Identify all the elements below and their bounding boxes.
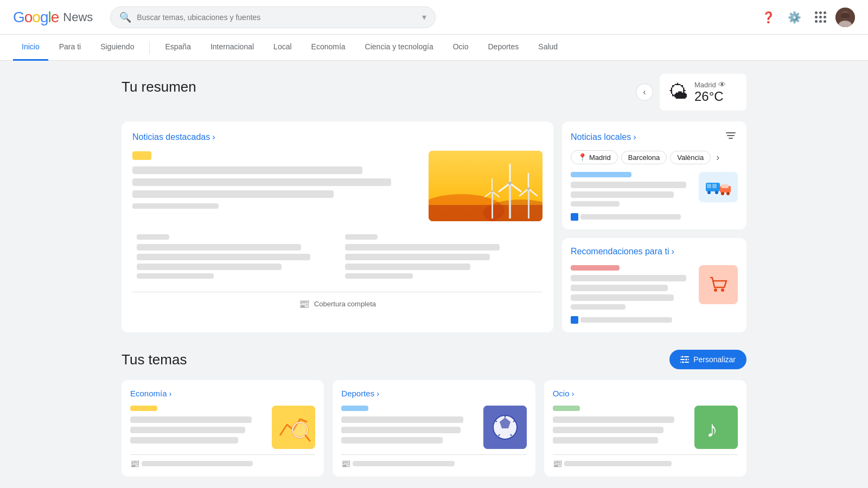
search-input[interactable] bbox=[137, 13, 417, 22]
nav-item-inicio[interactable]: Inicio bbox=[13, 35, 48, 61]
econ-footer-icon: 📰 bbox=[130, 459, 139, 468]
cobertura-label: Cobertura completa bbox=[314, 300, 376, 308]
local-news-source-1 bbox=[571, 172, 631, 177]
svg-point-18 bbox=[527, 188, 530, 190]
header: Google News 🔍 ▾ ❓ ⚙️ bbox=[0, 0, 868, 35]
sub-story-2-line1 bbox=[345, 244, 500, 251]
logo-news-text: News bbox=[63, 10, 93, 24]
windmill-image bbox=[429, 151, 542, 221]
recomendaciones-card: Recomendaciones para ti › bbox=[562, 238, 746, 332]
destacadas-card: Noticias destacadas › bbox=[122, 121, 553, 332]
local-tag-madrid-label: Madrid bbox=[589, 153, 611, 162]
svg-point-34 bbox=[721, 192, 724, 195]
story-source bbox=[132, 203, 219, 209]
tema-economia-footer[interactable]: 📰 bbox=[130, 454, 315, 468]
nav-item-salud[interactable]: Salud bbox=[529, 35, 566, 61]
nav-item-ciencia[interactable]: Ciencia y tecnología bbox=[356, 35, 442, 61]
weather-prev-button[interactable]: ‹ bbox=[636, 84, 653, 101]
svg-point-13 bbox=[508, 182, 512, 185]
tema-ocio-footer[interactable]: 📰 bbox=[553, 454, 738, 468]
sub-story-1-source bbox=[137, 273, 214, 279]
nav-item-espana[interactable]: España bbox=[156, 35, 199, 61]
svg-rect-29 bbox=[712, 184, 717, 188]
weather-icon: 🌤 bbox=[668, 81, 688, 104]
local-news-source-row bbox=[571, 213, 738, 221]
svg-rect-14 bbox=[528, 189, 529, 219]
nav-item-para-ti[interactable]: Para ti bbox=[50, 35, 90, 61]
econ-line2 bbox=[130, 427, 245, 433]
cobertura-icon: 📰 bbox=[299, 299, 310, 309]
svg-point-37 bbox=[714, 288, 717, 292]
rec-title1-1 bbox=[571, 275, 686, 281]
right-column: Noticias locales › bbox=[562, 121, 746, 332]
tema-deportes-title[interactable]: Deportes › bbox=[341, 389, 526, 398]
recomendaciones-thumb-1 bbox=[699, 265, 738, 304]
resumen-title: Tu resumen bbox=[122, 79, 196, 95]
weather-city-name: Madrid bbox=[694, 81, 716, 89]
tema-ocio-thumb: ♪ bbox=[694, 406, 738, 449]
header-actions: ❓ ⚙️ bbox=[757, 7, 855, 28]
locales-filter-button[interactable] bbox=[724, 130, 738, 144]
content-grid: Noticias destacadas › bbox=[122, 121, 746, 332]
locales-card: Noticias locales › bbox=[562, 121, 746, 229]
settings-button[interactable]: ⚙️ bbox=[783, 7, 805, 28]
tema-ocio-label: Ocio bbox=[553, 389, 570, 398]
weather-temp: 26°C bbox=[694, 89, 726, 104]
main-content: Tu resumen ‹ 🌤 Madrid 👁 26°C Noticias de… bbox=[108, 61, 760, 488]
tema-ocio-main: ♪ bbox=[553, 406, 738, 449]
tema-ocio-chevron: › bbox=[572, 389, 575, 398]
svg-point-31 bbox=[715, 191, 718, 194]
dep-footer-icon: 📰 bbox=[341, 459, 350, 468]
help-button[interactable]: ❓ bbox=[757, 7, 779, 28]
sub-story-1-line2 bbox=[137, 254, 310, 260]
tema-deportes-content bbox=[341, 406, 476, 447]
local-tags-next-button[interactable]: › bbox=[714, 152, 722, 163]
local-news-content-1 bbox=[571, 172, 692, 207]
nav-item-ocio[interactable]: Ocio bbox=[444, 35, 477, 61]
svg-point-42 bbox=[685, 358, 688, 361]
apps-button[interactable] bbox=[809, 7, 831, 28]
tema-deportes-main bbox=[341, 406, 526, 449]
weather-widget: ‹ 🌤 Madrid 👁 26°C bbox=[636, 74, 746, 111]
tema-deportes-card: Deportes › bbox=[333, 380, 535, 477]
nav-item-deportes[interactable]: Deportes bbox=[479, 35, 527, 61]
nav-item-siguiendo[interactable]: Siguiendo bbox=[92, 35, 143, 61]
svg-rect-33 bbox=[721, 184, 729, 188]
temas-grid: Economía › bbox=[122, 380, 746, 477]
sub-story-2 bbox=[341, 230, 542, 283]
locales-title-text[interactable]: Noticias locales bbox=[571, 132, 631, 142]
svg-rect-25 bbox=[727, 135, 735, 136]
tema-ocio-title[interactable]: Ocio › bbox=[553, 389, 738, 398]
search-bar[interactable]: 🔍 ▾ bbox=[110, 7, 436, 28]
local-news-item-1 bbox=[571, 172, 738, 207]
econ-line3 bbox=[130, 437, 238, 444]
nav-item-local[interactable]: Local bbox=[265, 35, 300, 61]
local-tag-valencia[interactable]: València bbox=[670, 151, 711, 164]
recomendaciones-item-1 bbox=[571, 265, 738, 310]
destacadas-title: Noticias destacadas › bbox=[132, 132, 542, 142]
tema-economia-main bbox=[130, 406, 315, 449]
tema-deportes-footer[interactable]: 📰 bbox=[341, 454, 526, 468]
svg-rect-8 bbox=[429, 205, 542, 221]
weather-eye-icon[interactable]: 👁 bbox=[718, 80, 726, 89]
ocio-footer-icon: 📰 bbox=[553, 459, 562, 468]
tema-economia-title[interactable]: Economía › bbox=[130, 389, 315, 398]
help-icon: ❓ bbox=[762, 11, 775, 24]
search-dropdown-icon[interactable]: ▾ bbox=[422, 12, 426, 22]
local-tag-barcelona[interactable]: Barcelona bbox=[621, 151, 667, 164]
rec-source-row bbox=[571, 316, 738, 324]
local-tag-madrid-location[interactable]: 📍 Madrid bbox=[571, 150, 618, 164]
svg-point-35 bbox=[726, 192, 730, 195]
tema-ocio-content bbox=[553, 406, 688, 447]
nav-item-internacional[interactable]: Internacional bbox=[202, 35, 263, 61]
personalizar-button[interactable]: Personalizar bbox=[669, 350, 746, 369]
avatar[interactable] bbox=[835, 8, 855, 27]
destacadas-title-text[interactable]: Noticias destacadas bbox=[132, 132, 210, 142]
svg-point-23 bbox=[491, 190, 493, 192]
nav-item-economia[interactable]: Economía bbox=[303, 35, 354, 61]
weather-info: Madrid 👁 26°C bbox=[694, 80, 726, 104]
cobertura-completa-button[interactable]: 📰 Cobertura completa bbox=[132, 292, 542, 309]
recomendaciones-title-text[interactable]: Recomendaciones para ti bbox=[571, 247, 669, 256]
recomendaciones-title: Recomendaciones para ti › bbox=[571, 247, 738, 256]
rec-title1-2 bbox=[571, 285, 668, 291]
